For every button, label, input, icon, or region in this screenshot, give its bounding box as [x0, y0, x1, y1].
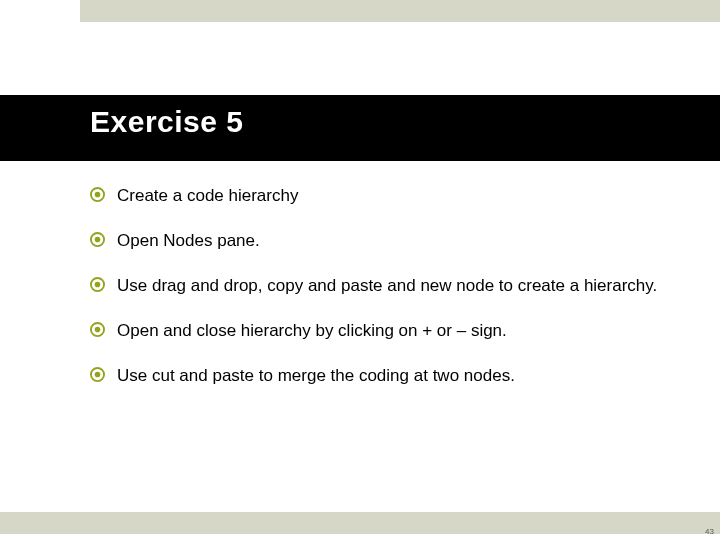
list-item: Open Nodes pane.	[90, 230, 675, 253]
slide-title: Exercise 5	[90, 105, 243, 139]
bullet-text: Use drag and drop, copy and paste and ne…	[117, 275, 657, 298]
bullet-icon	[90, 322, 105, 337]
bullet-text: Open and close hierarchy by clicking on …	[117, 320, 507, 343]
svg-point-3	[95, 237, 101, 243]
page-number: 43	[705, 527, 714, 536]
list-item: Use drag and drop, copy and paste and ne…	[90, 275, 675, 298]
bullet-icon	[90, 232, 105, 247]
svg-point-9	[95, 371, 101, 377]
bullet-icon	[90, 187, 105, 202]
bullet-text: Use cut and paste to merge the coding at…	[117, 365, 515, 388]
bullet-icon	[90, 277, 105, 292]
list-item: Open and close hierarchy by clicking on …	[90, 320, 675, 343]
content-area: Create a code hierarchy Open Nodes pane.…	[90, 185, 675, 410]
top-accent-bar	[80, 0, 720, 22]
list-item: Use cut and paste to merge the coding at…	[90, 365, 675, 388]
bullet-icon	[90, 367, 105, 382]
svg-point-5	[95, 282, 101, 288]
svg-point-1	[95, 192, 101, 198]
bullet-text: Open Nodes pane.	[117, 230, 260, 253]
title-band: Exercise 5	[0, 95, 720, 161]
bullet-text: Create a code hierarchy	[117, 185, 298, 208]
bottom-accent-bar	[0, 512, 720, 534]
list-item: Create a code hierarchy	[90, 185, 675, 208]
svg-point-7	[95, 327, 101, 333]
